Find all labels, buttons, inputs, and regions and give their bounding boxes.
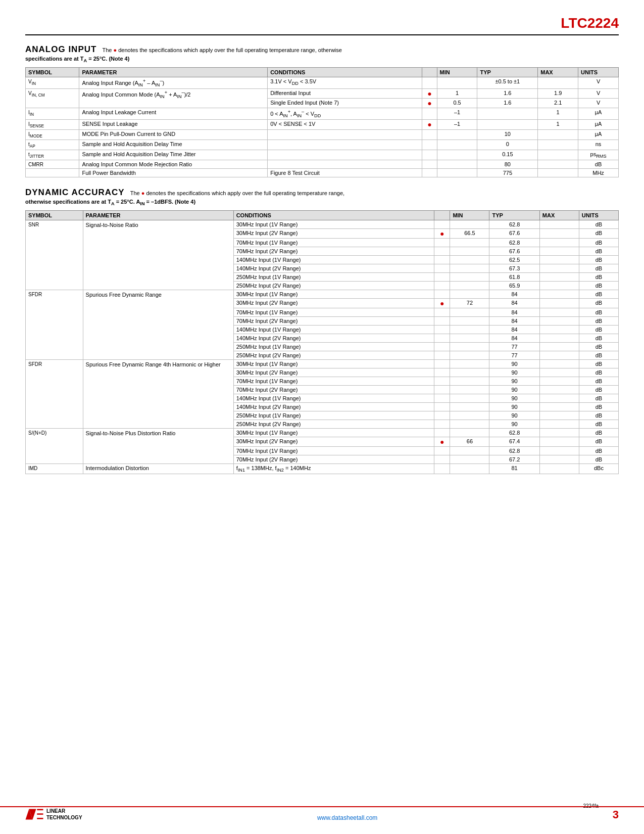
units-vincm2: V — [578, 99, 619, 108]
table-row: tAP Sample and Hold Acquisition Delay Ti… — [26, 140, 619, 150]
units-tap: ns — [578, 140, 619, 150]
min-snr-250 — [450, 273, 489, 282]
symbol-tap: tAP — [26, 140, 79, 150]
max-sfdr2-140-2v — [539, 403, 579, 411]
param-sinad: Signal-to-Noise Plus Distortion Ratio — [83, 429, 233, 464]
col-bullet-spacer — [434, 211, 450, 220]
col-bullet-spacer — [422, 68, 437, 77]
min-fpbw — [437, 169, 477, 177]
table-row: IIN Analog Input Leakage Current 0 < AIN… — [26, 108, 619, 120]
max-sfdr-140-2v — [539, 334, 579, 343]
max-sfdr-70-2v — [539, 317, 579, 326]
typ-tjitter: 0.15 — [477, 150, 538, 160]
max-sinad-30-2v — [539, 437, 579, 447]
units-sinad-70-2v: dB — [579, 455, 618, 464]
cond-cmrr — [268, 160, 422, 169]
typ-sfdr2-70-2v: 90 — [489, 386, 539, 394]
cond-sfdr-30-2v: 30MHz Input (2V Range) — [233, 299, 434, 308]
cond-sfdr2-30-1v: 30MHz Input (1V Range) — [233, 360, 434, 368]
typ-sfdr2-250-1v: 90 — [489, 411, 539, 420]
min-sinad-30 — [450, 429, 489, 437]
bullet-sfdr2-30 — [434, 360, 450, 368]
cond-sinad-70-1v: 70MHz Input (1V Range) — [233, 447, 434, 455]
max-sfdr-250 — [539, 343, 579, 351]
max-tap — [538, 140, 578, 150]
typ-snr-250-2v: 65.9 — [489, 282, 539, 290]
cond-snr-70-2v: 70MHz Input (2V Range) — [233, 247, 434, 256]
footer-company-name: LINEAR TECHNOLOGY — [46, 808, 82, 821]
col-symbol: SYMBOL — [26, 211, 83, 220]
typ-sfdr-30-1v: 84 — [489, 290, 539, 299]
bullet-sfdr-250 — [434, 343, 450, 351]
param-imode: MODE Pin Pull-Down Current to GND — [79, 129, 268, 140]
col-min: MIN — [450, 211, 489, 220]
bullet-sfdr2-70 — [434, 377, 450, 386]
max-snr-30-2v — [539, 229, 579, 239]
footer-page-number: 3 — [613, 808, 619, 821]
symbol-imd: IMD — [26, 464, 83, 474]
units-sinad-70-1v: dB — [579, 447, 618, 455]
units-sfdr-140-2v: dB — [579, 334, 618, 343]
min-sfdr2-70 — [450, 377, 489, 386]
min-tjitter — [437, 150, 477, 160]
bullet-snr-30-2v: ● — [434, 229, 450, 239]
units-snr-250-2v: dB — [579, 282, 618, 290]
max-snr-250-2v — [539, 282, 579, 290]
min-snr-140-2v — [450, 264, 489, 273]
table-row: SFDR Spurious Free Dynamic Range 4th Har… — [26, 360, 619, 368]
bullet-sinad-70-2v — [434, 455, 450, 464]
bullet-snr-250-2v — [434, 282, 450, 290]
units-fpbw: MHz — [578, 169, 619, 177]
max-sfdr2-70-2v — [539, 386, 579, 394]
cond-snr-140-1v: 140MHz Input (1V Range) — [233, 256, 434, 264]
typ-sfdr-70-2v: 84 — [489, 317, 539, 326]
min-tap — [437, 140, 477, 150]
min-sfdr-30-2v: 72 — [450, 299, 489, 308]
bullet-sfdr-30-2v: ● — [434, 299, 450, 308]
max-sfdr-30-2v — [539, 299, 579, 308]
symbol-iin: IIN — [26, 108, 79, 120]
cond-sfdr-250-1v: 250MHz Input (1V Range) — [233, 343, 434, 351]
typ-sinad-70-1v: 62.8 — [489, 447, 539, 455]
units-snr-70-1v: dB — [579, 239, 618, 247]
analog-input-section: ANALOG INPUT The ● denotes the specifica… — [25, 44, 619, 177]
units-sfdr-250-1v: dB — [579, 343, 618, 351]
dynamic-accuracy-section: DYNAMIC ACCURACY The ● denotes the speci… — [25, 188, 619, 474]
cond-sfdr-140-2v: 140MHz Input (2V Range) — [233, 334, 434, 343]
param-tap: Sample and Hold Acquisition Delay Time — [79, 140, 268, 150]
units-isense: μA — [578, 119, 619, 129]
bullet-cmrr — [422, 160, 437, 169]
svg-rect-4 — [37, 818, 43, 819]
typ-vincm1: 1.6 — [477, 89, 538, 99]
max-imd — [539, 464, 579, 474]
symbol-sfdr2: SFDR — [26, 360, 83, 429]
typ-imode: 10 — [477, 129, 538, 140]
typ-sfdr-250-2v: 77 — [489, 351, 539, 360]
col-units: UNITS — [579, 211, 618, 220]
cond-imd: fIN1 = 138MHz, fIN2 = 140MHz — [233, 464, 434, 474]
units-cmrr: dB — [578, 160, 619, 169]
units-sfdr-140-1v: dB — [579, 326, 618, 334]
col-typ: TYP — [489, 211, 539, 220]
max-snr-70-2v — [539, 247, 579, 256]
max-sfdr2-30-2v — [539, 368, 579, 377]
bullet-vin — [422, 77, 437, 89]
bullet-sinad-70 — [434, 447, 450, 455]
units-imd: dBc — [579, 464, 618, 474]
footer-url[interactable]: www.datasheetall.com — [317, 814, 377, 821]
units-sfdr2-70-1v: dB — [579, 377, 618, 386]
min-imd — [450, 464, 489, 474]
min-sfdr2-30 — [450, 360, 489, 368]
typ-sfdr2-250-2v: 90 — [489, 420, 539, 429]
cond-sfdr2-140-1v: 140MHz Input (1V Range) — [233, 394, 434, 403]
cond-snr-70-1v: 70MHz Input (1V Range) — [233, 239, 434, 247]
analog-input-subtitle2: specifications are at TA = 25°C. (Note 4… — [25, 56, 619, 63]
cond-iin: 0 < AIN+, AIN– < VDD — [268, 108, 422, 120]
cond-sfdr-250-2v: 250MHz Input (2V Range) — [233, 351, 434, 360]
cond-vincm2: Single Ended Input (Note 7) — [268, 99, 422, 108]
linear-technology-logo-icon — [25, 807, 43, 821]
max-fpbw — [538, 169, 578, 177]
symbol-vincm: VIN, CM — [26, 89, 79, 108]
units-sfdr-30-2v: dB — [579, 299, 618, 308]
units-sfdr2-250-2v: dB — [579, 420, 618, 429]
